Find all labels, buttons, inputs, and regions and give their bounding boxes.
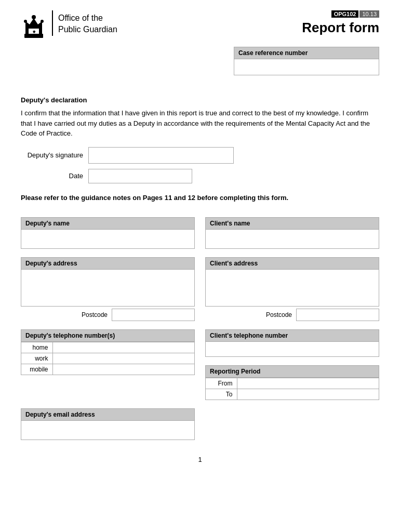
org-name-container: Office of the Public Guardian — [52, 10, 117, 36]
case-ref-input[interactable] — [234, 59, 379, 75]
signature-input[interactable] — [88, 147, 234, 164]
tel-home-label: home — [21, 342, 52, 353]
case-ref-section: Case reference number — [21, 47, 379, 75]
deputy-address-label: Deputy's address — [21, 258, 194, 270]
client-name-field: Client's name — [205, 217, 379, 249]
declaration-title: Deputy's declaration — [21, 96, 379, 104]
deputy-tel-col: Deputy's telephone number(s) home work m… — [21, 329, 195, 400]
header-right: OPG102 10.13 Report form — [302, 10, 379, 36]
reporting-period-label: Reporting Period — [206, 366, 379, 378]
deputy-email-field: Deputy's email address — [21, 408, 195, 440]
tel-mobile-row: mobile — [21, 364, 194, 375]
deputy-email-label: Deputy's email address — [21, 409, 194, 421]
crest-logo: ⚜ — [21, 10, 47, 42]
deputy-name-input[interactable] — [21, 230, 194, 248]
deputy-postcode-row: Postcode — [21, 309, 195, 321]
client-address-label: Client's address — [206, 258, 379, 270]
header-left: ⚜ Office of the Public Guardian — [21, 10, 117, 42]
period-to-input[interactable] — [237, 389, 379, 400]
client-address-field: Client's address — [205, 257, 379, 307]
deputy-email-input[interactable] — [21, 421, 194, 440]
signature-label: Deputy's signature — [21, 151, 83, 159]
tel-mobile-label: mobile — [21, 364, 52, 375]
opg-badge: OPG102 — [331, 10, 359, 18]
deputy-name-label: Deputy's name — [21, 218, 194, 230]
period-from-row: From — [206, 378, 379, 389]
deputy-postcode-label: Postcode — [82, 311, 108, 318]
signature-row: Deputy's signature — [21, 147, 379, 164]
deputy-address-input[interactable] — [21, 270, 194, 306]
case-ref-box: Case reference number — [234, 47, 379, 75]
tel-work-label: work — [21, 353, 52, 364]
svg-point-5 — [41, 20, 44, 23]
reporting-period-field: Reporting Period From To — [205, 365, 379, 400]
client-address-col: Client's address Postcode — [205, 257, 379, 321]
client-postcode-row: Postcode — [205, 309, 379, 321]
svg-point-3 — [32, 15, 36, 19]
period-to-row: To — [206, 389, 379, 400]
tel-work-input[interactable] — [52, 353, 194, 364]
deputy-tel-label: Deputy's telephone number(s) — [21, 330, 194, 342]
deputy-tel-field: Deputy's telephone number(s) home work m… — [21, 329, 195, 375]
svg-point-4 — [24, 20, 27, 23]
client-address-input[interactable] — [206, 270, 379, 306]
svg-text:⚜: ⚜ — [32, 30, 36, 34]
header: ⚜ Office of the Public Guardian OPG102 1… — [21, 10, 379, 42]
period-from-input[interactable] — [237, 378, 379, 389]
badge-row: OPG102 10.13 — [302, 10, 379, 18]
client-postcode-input[interactable] — [296, 309, 379, 321]
page-number: 1 — [21, 456, 379, 463]
tel-work-row: work — [21, 353, 194, 364]
period-table: From To — [206, 378, 379, 400]
deputy-name-field: Deputy's name — [21, 217, 195, 249]
client-tel-period-col: Client's telephone number Reporting Peri… — [205, 329, 379, 400]
date-input[interactable] — [88, 169, 192, 183]
form-grid: Deputy's name Client's name Deputy's add… — [21, 217, 379, 440]
client-tel-input[interactable] — [206, 342, 379, 356]
report-title: Report form — [302, 20, 379, 36]
period-to-label: To — [206, 389, 237, 400]
tel-home-input[interactable] — [52, 342, 194, 353]
deputy-address-col: Deputy's address Postcode — [21, 257, 195, 321]
deputy-address-field: Deputy's address — [21, 257, 195, 307]
deputy-postcode-input[interactable] — [112, 309, 195, 321]
declaration-text: I confirm that the information that I ha… — [21, 108, 379, 139]
svg-marker-2 — [25, 18, 42, 28]
date-row: Date — [21, 169, 379, 183]
page: ⚜ Office of the Public Guardian OPG102 1… — [0, 0, 400, 532]
org-name: Office of the Public Guardian — [58, 12, 117, 36]
client-postcode-label: Postcode — [266, 311, 292, 318]
tel-home-row: home — [21, 342, 194, 353]
client-tel-field: Client's telephone number — [205, 329, 379, 357]
deputy-tel-table: home work mobile — [21, 342, 194, 375]
guidance-note: Please refer to the guidance notes on Pa… — [21, 194, 379, 202]
date-label: Date — [21, 172, 83, 180]
version-badge: 10.13 — [359, 10, 379, 18]
declaration-section: Deputy's declaration I confirm that the … — [21, 96, 379, 183]
client-name-input[interactable] — [206, 230, 379, 248]
client-name-label: Client's name — [206, 218, 379, 230]
tel-mobile-input[interactable] — [52, 364, 194, 375]
client-tel-label: Client's telephone number — [206, 330, 379, 342]
period-from-label: From — [206, 378, 237, 389]
case-ref-label: Case reference number — [234, 47, 379, 59]
